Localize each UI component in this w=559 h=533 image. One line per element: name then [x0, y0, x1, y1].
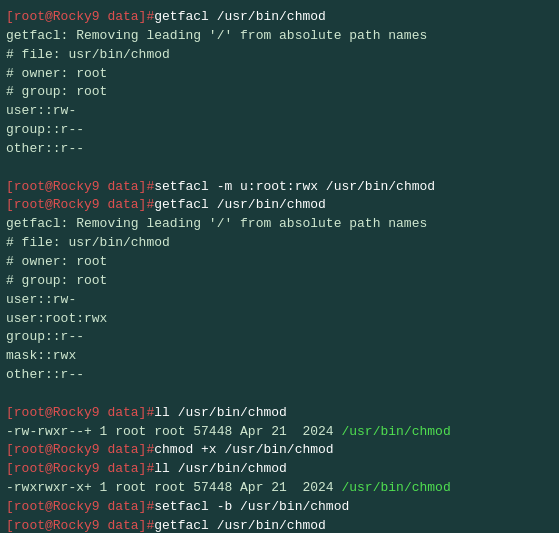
- line-6: group::r--: [6, 121, 553, 140]
- line-25: -rwxrwxr-x+ 1 root root 57448 Apr 21 202…: [6, 479, 553, 498]
- line-14: # group: root: [6, 272, 553, 291]
- line-24: [root@Rocky9 data]#ll /usr/bin/chmod: [6, 460, 553, 479]
- line-15: user::rw-: [6, 291, 553, 310]
- cmd-27: getfacl /usr/bin/chmod: [154, 518, 326, 533]
- line-5: user::rw-: [6, 102, 553, 121]
- cmd-0: getfacl /usr/bin/chmod: [154, 9, 326, 24]
- line-18: mask::rwx: [6, 347, 553, 366]
- cmd-23: chmod +x /usr/bin/chmod: [154, 442, 333, 457]
- prompt-0: [root@Rocky9 data]#: [6, 9, 154, 24]
- line-10: [root@Rocky9 data]#getfacl /usr/bin/chmo…: [6, 196, 553, 215]
- output-12: # file: usr/bin/chmod: [6, 235, 170, 250]
- line-17: group::r--: [6, 328, 553, 347]
- output-5: user::rw-: [6, 103, 76, 118]
- output-18: mask::rwx: [6, 348, 76, 363]
- line-16: user:root:rwx: [6, 310, 553, 329]
- cmd-9: setfacl -m u:root:rwx /usr/bin/chmod: [154, 179, 435, 194]
- line-23: [root@Rocky9 data]#chmod +x /usr/bin/chm…: [6, 441, 553, 460]
- line-12: # file: usr/bin/chmod: [6, 234, 553, 253]
- output-highlight-22: /usr/bin/chmod: [341, 424, 450, 439]
- output-13: # owner: root: [6, 254, 107, 269]
- cmd-21: ll /usr/bin/chmod: [154, 405, 287, 420]
- line-19: other::r--: [6, 366, 553, 385]
- line-11: getfacl: Removing leading '/' from absol…: [6, 215, 553, 234]
- line-9: [root@Rocky9 data]#setfacl -m u:root:rwx…: [6, 178, 553, 197]
- line-0: [root@Rocky9 data]#getfacl /usr/bin/chmo…: [6, 8, 553, 27]
- output-normal-25: -rwxrwxr-x+ 1 root root 57448 Apr 21 202…: [6, 480, 341, 495]
- output-1: getfacl: Removing leading '/' from absol…: [6, 28, 427, 43]
- line-3: # owner: root: [6, 65, 553, 84]
- prompt-24: [root@Rocky9 data]#: [6, 461, 154, 476]
- output-highlight-25: /usr/bin/chmod: [341, 480, 450, 495]
- output-normal-22: -rw-rwxr--+ 1 root root 57448 Apr 21 202…: [6, 424, 341, 439]
- prompt-23: [root@Rocky9 data]#: [6, 442, 154, 457]
- line-4: # group: root: [6, 83, 553, 102]
- output-14: # group: root: [6, 273, 107, 288]
- prompt-27: [root@Rocky9 data]#: [6, 518, 154, 533]
- output-7: other::r--: [6, 141, 84, 156]
- line-7: other::r--: [6, 140, 553, 159]
- line-26: [root@Rocky9 data]#setfacl -b /usr/bin/c…: [6, 498, 553, 517]
- prompt-26: [root@Rocky9 data]#: [6, 499, 154, 514]
- line-27: [root@Rocky9 data]#getfacl /usr/bin/chmo…: [6, 517, 553, 533]
- prompt-10: [root@Rocky9 data]#: [6, 197, 154, 212]
- cmd-24: ll /usr/bin/chmod: [154, 461, 287, 476]
- line-8: [6, 159, 553, 178]
- cmd-10: getfacl /usr/bin/chmod: [154, 197, 326, 212]
- cmd-26: setfacl -b /usr/bin/chmod: [154, 499, 349, 514]
- line-21: [root@Rocky9 data]#ll /usr/bin/chmod: [6, 404, 553, 423]
- prompt-21: [root@Rocky9 data]#: [6, 405, 154, 420]
- line-13: # owner: root: [6, 253, 553, 272]
- output-4: # group: root: [6, 84, 107, 99]
- output-16: user:root:rwx: [6, 311, 107, 326]
- output-19: other::r--: [6, 367, 84, 382]
- output-6: group::r--: [6, 122, 84, 137]
- line-20: [6, 385, 553, 404]
- output-11: getfacl: Removing leading '/' from absol…: [6, 216, 427, 231]
- line-1: getfacl: Removing leading '/' from absol…: [6, 27, 553, 46]
- terminal: [root@Rocky9 data]#getfacl /usr/bin/chmo…: [0, 0, 559, 533]
- output-3: # owner: root: [6, 66, 107, 81]
- output-2: # file: usr/bin/chmod: [6, 47, 170, 62]
- prompt-9: [root@Rocky9 data]#: [6, 179, 154, 194]
- output-17: group::r--: [6, 329, 84, 344]
- output-15: user::rw-: [6, 292, 76, 307]
- line-22: -rw-rwxr--+ 1 root root 57448 Apr 21 202…: [6, 423, 553, 442]
- line-2: # file: usr/bin/chmod: [6, 46, 553, 65]
